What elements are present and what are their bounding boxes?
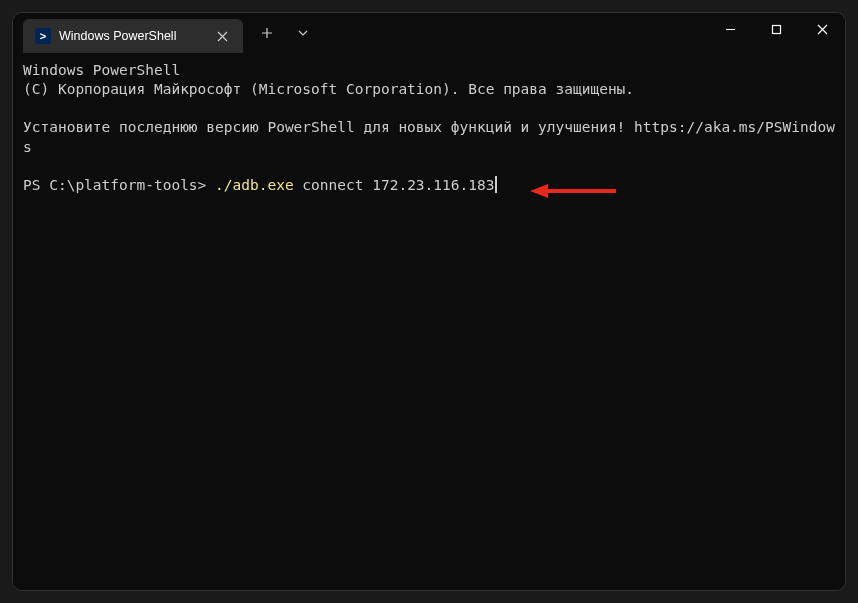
tab-title: Windows PowerShell — [59, 29, 205, 43]
close-button[interactable] — [799, 13, 845, 45]
tab-dropdown-button[interactable] — [287, 17, 319, 49]
powershell-icon — [35, 28, 51, 44]
tab-powershell[interactable]: Windows PowerShell — [23, 19, 243, 53]
output-line: Установите последнюю версию PowerShell д… — [23, 118, 835, 156]
tab-close-button[interactable] — [213, 27, 231, 45]
output-line: (C) Корпорация Майкрософт (Microsoft Cor… — [23, 80, 835, 99]
command-args: connect 172.23.116.183 — [294, 177, 495, 193]
output-line: Windows PowerShell — [23, 61, 835, 80]
terminal-output[interactable]: Windows PowerShell (C) Корпорация Майкро… — [13, 53, 845, 590]
tab-actions — [251, 17, 319, 49]
window-controls — [707, 13, 845, 45]
maximize-button[interactable] — [753, 13, 799, 45]
terminal-window: Windows PowerShell Windows — [12, 12, 846, 591]
command-exe: ./adb.exe — [215, 177, 294, 193]
prompt-line: PS C:\platform-tools> ./adb.exe connect … — [23, 177, 497, 193]
cursor — [495, 176, 497, 193]
output-line — [23, 157, 835, 176]
titlebar: Windows PowerShell — [13, 13, 845, 53]
new-tab-button[interactable] — [251, 17, 283, 49]
minimize-button[interactable] — [707, 13, 753, 45]
svg-rect-0 — [772, 25, 780, 33]
prompt-text: PS C:\platform-tools> — [23, 177, 215, 193]
output-line — [23, 99, 835, 118]
